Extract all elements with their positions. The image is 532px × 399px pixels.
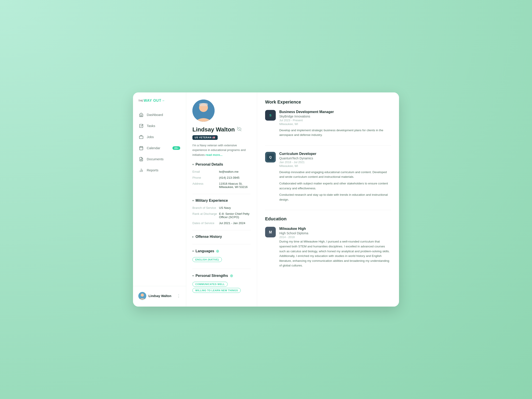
- calendar-badge: 20+: [172, 146, 180, 150]
- exp-dates-2: Jan 2018 - Jul 2021: [279, 160, 391, 164]
- strengths-header[interactable]: ▾ Personal Strengths ⊕: [192, 273, 251, 278]
- profile-area: Lindsay Walton US VETERAN 🇺🇸 I'm a Navy …: [186, 92, 399, 307]
- sidebar-item-reports[interactable]: Reports: [136, 165, 183, 175]
- documents-icon: [139, 157, 144, 162]
- personal-details-section: ▾ Personal Details Email lw@walton.me Ph…: [192, 163, 251, 189]
- logo: THE WAY OUT →: [133, 99, 186, 110]
- left-panel: Lindsay Walton US VETERAN 🇺🇸 I'm a Navy …: [186, 92, 257, 307]
- nav-label-calendar: Calendar: [147, 146, 160, 150]
- svg-rect-15: [199, 103, 208, 106]
- svg-rect-0: [140, 124, 143, 127]
- tasks-icon: [139, 123, 144, 128]
- exp-company-2: QuantumTech Dynamics: [279, 157, 391, 160]
- nav-label-tasks: Tasks: [147, 124, 155, 128]
- home-icon: [139, 112, 144, 117]
- military-header[interactable]: ▾ Military Experience: [192, 199, 251, 203]
- divider-2: [192, 230, 251, 230]
- chevron-down-icon-4: ▾: [192, 274, 194, 277]
- exp-desc-2-0: Develop innovative and engaging educatio…: [279, 170, 391, 179]
- user-menu-icon[interactable]: ⋮: [177, 293, 181, 298]
- add-strength-icon[interactable]: ⊕: [230, 273, 233, 278]
- address-row: Address 11918 Abacus St, Milwaukee, WI 5…: [192, 182, 251, 189]
- school-name-1: Milwaukee High: [279, 227, 391, 231]
- app-container: THE WAY OUT → Dashboard: [133, 92, 399, 307]
- eye-off-icon[interactable]: [237, 127, 241, 132]
- edu-info-1: Milwaukee High High School Diploma 2014 …: [279, 227, 391, 270]
- branch-label: Branch of Service: [192, 206, 219, 209]
- language-tags: ENGLISH (NATIVE): [192, 257, 251, 263]
- exp-info-2: Curriculum Developer QuantumTech Dynamic…: [279, 152, 391, 204]
- nav-label-reports: Reports: [147, 168, 158, 172]
- education-heading: Education: [265, 216, 391, 222]
- edu-logo-1: M: [265, 227, 276, 237]
- sidebar-bottom: Lindsay Walton ⋮: [133, 286, 186, 302]
- chevron-right-icon: ▸: [192, 235, 194, 238]
- exp-title-2: Curriculum Developer: [279, 152, 391, 156]
- email-row: Email lw@walton.me: [192, 170, 251, 173]
- sidebar-item-documents[interactable]: Documents: [136, 154, 183, 164]
- sidebar-item-calendar[interactable]: Calendar 20+: [136, 143, 183, 153]
- avatar: [138, 292, 146, 300]
- exp-location-2: Milwaukee, WI: [279, 164, 391, 168]
- exp-company-1: SkyBridge Innovations: [279, 115, 391, 118]
- address-value: 11918 Abacus St, Milwaukee, WI 53216: [219, 182, 248, 189]
- offense-header[interactable]: ▸ Offense History: [192, 235, 251, 239]
- dates-value: Jul 2021 - Jan 2024: [219, 222, 245, 225]
- sidebar-item-tasks[interactable]: Tasks: [136, 121, 183, 131]
- exp-desc-1-0: Develop and implement strategic business…: [279, 128, 391, 137]
- school-dates-1: 2014 - 2018: [279, 235, 391, 239]
- exp-logo-2: Q: [265, 152, 276, 163]
- veteran-badge: US VETERAN 🇺🇸: [192, 135, 218, 140]
- military-title: Military Experience: [196, 199, 228, 203]
- read-more-link[interactable]: read more...: [205, 153, 222, 157]
- address-label: Address: [192, 182, 219, 185]
- svg-rect-1: [139, 136, 143, 139]
- exp-card-2: Q Curriculum Developer QuantumTech Dynam…: [265, 152, 391, 210]
- logo-arrow: →: [161, 99, 165, 103]
- chevron-down-icon-2: ▾: [192, 199, 194, 202]
- offense-title: Offense History: [196, 235, 222, 239]
- branch-row: Branch of Service US Navy: [192, 206, 251, 209]
- logo-brand: WAY OUT: [144, 99, 161, 103]
- languages-title: Languages: [196, 249, 214, 253]
- chevron-down-icon: ▾: [192, 163, 194, 166]
- divider-4: [192, 269, 251, 269]
- nav-label-dashboard: Dashboard: [147, 113, 163, 117]
- language-tag-english: ENGLISH (NATIVE): [192, 257, 222, 262]
- exp-title-1: Business Development Manager: [279, 110, 391, 114]
- logo-prefix: THE: [138, 99, 143, 102]
- school-desc-1: During my time at Milwaukee High, I purs…: [279, 239, 391, 268]
- svg-text:M: M: [269, 230, 272, 234]
- nav-label-jobs: Jobs: [147, 135, 154, 139]
- languages-header[interactable]: ▾ Languages ⊕: [192, 249, 251, 253]
- personal-details-header[interactable]: ▾ Personal Details: [192, 163, 251, 166]
- edu-card-1: M Milwaukee High High School Diploma 201…: [265, 227, 391, 276]
- email-value: lw@walton.me: [219, 170, 239, 173]
- strengths-section: ▾ Personal Strengths ⊕ COMMUNICATES WELL…: [192, 273, 251, 294]
- briefcase-icon: [139, 134, 144, 139]
- profile-name: Lindsay Walton: [192, 126, 235, 133]
- sidebar-item-jobs[interactable]: Jobs: [136, 132, 183, 142]
- sidebar-item-dashboard[interactable]: Dashboard: [136, 110, 183, 120]
- profile-name-row: Lindsay Walton: [192, 126, 251, 133]
- email-label: Email: [192, 170, 219, 173]
- strengths-title: Personal Strengths: [196, 274, 228, 278]
- exp-dates-1: Jul 2023 - Present: [279, 119, 391, 122]
- exp-desc-2-1: Collaborated with subject matter experts…: [279, 181, 391, 191]
- languages-section: ▾ Languages ⊕ ENGLISH (NATIVE): [192, 249, 251, 263]
- sidebar: THE WAY OUT → Dashboard: [133, 92, 186, 307]
- exp-logo-1: S: [265, 110, 276, 120]
- school-degree-1: High School Diploma: [279, 231, 391, 235]
- phone-value: (414) 213-3945: [219, 176, 239, 179]
- add-language-icon[interactable]: ⊕: [216, 249, 219, 253]
- work-experience-heading: Work Experience: [265, 100, 391, 105]
- user-card[interactable]: Lindsay Walton ⋮: [136, 290, 183, 302]
- rank-label: Rank at Discharge: [192, 212, 219, 215]
- exp-info-1: Business Development Manager SkyBridge I…: [279, 110, 391, 139]
- calendar-icon: [139, 146, 144, 151]
- service-dates-row: Dates of Service Jul 2021 - Jan 2024: [192, 222, 251, 225]
- svg-point-12: [141, 293, 144, 297]
- rank-value: E-8: Senior Chief Petty Officer (SCPO): [219, 212, 251, 219]
- phone-row: Phone (414) 213-3945: [192, 176, 251, 179]
- strength-tag-communicates: COMMUNICATES WELL: [192, 282, 228, 287]
